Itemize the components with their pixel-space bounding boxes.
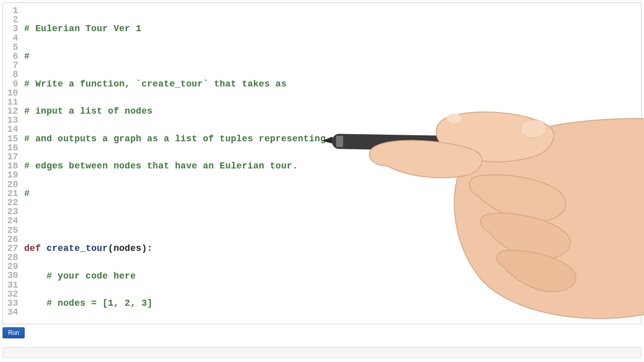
line-number: 34 [3,308,18,317]
line-number: 3 [3,24,18,33]
line-number: 21 [3,189,18,198]
line-number: 27 [3,244,18,253]
function-name: create_tour [46,243,108,253]
line-number: 12 [3,107,18,116]
code-comment: # [24,51,30,61]
line-number: 5 [3,43,18,52]
line-number: 14 [3,125,18,134]
line-number: 23 [3,207,18,216]
code-comment: # [24,189,30,199]
line-number: 32 [3,290,18,299]
run-button[interactable]: Run [3,327,25,338]
line-number: 22 [3,198,18,207]
code-comment: # nodes = [1, 2, 3] [24,298,152,308]
line-number: 16 [3,143,18,152]
line-number: 24 [3,216,18,225]
line-number: 19 [3,170,18,179]
line-number: 18 [3,161,18,170]
line-number: 28 [3,253,18,262]
code-content[interactable]: # Eulerian Tour Ver 1 # # Write a functi… [22,3,641,324]
line-number-gutter: 1234567891011121314151617181920212223242… [3,3,22,324]
code-comment: # Write a function, `create_tour` that t… [24,79,287,89]
line-number: 33 [3,299,18,308]
line-number: 10 [3,88,18,98]
line-number: 6 [3,52,18,61]
line-number: 30 [3,271,18,280]
code-comment: # edges between nodes that have an Euler… [24,161,298,171]
code-comment: # input a list of nodes [24,106,152,116]
line-number: 31 [3,281,18,290]
line-number: 9 [3,79,18,88]
line-number: 26 [3,235,18,244]
line-number: 11 [3,98,18,107]
line-number: 20 [3,180,18,189]
line-number: 29 [3,262,18,271]
code-comment: # your code here [24,271,136,281]
line-number: 1 [3,6,18,15]
line-number: 8 [3,70,18,79]
code-text: (nodes): [108,243,153,253]
line-number: 17 [3,152,18,161]
line-number: 4 [3,34,18,43]
code-comment: # and outputs a graph as a list of tuple… [24,134,326,144]
line-number: 25 [3,226,18,235]
code-editor[interactable]: 1234567891011121314151617181920212223242… [3,3,641,324]
output-panel [3,347,641,358]
code-comment: # Eulerian Tour Ver 1 [24,24,141,34]
line-number: 15 [3,134,18,143]
line-number: 2 [3,15,18,24]
line-number: 13 [3,116,18,125]
keyword-def: def [24,243,46,253]
line-number: 7 [3,61,18,70]
